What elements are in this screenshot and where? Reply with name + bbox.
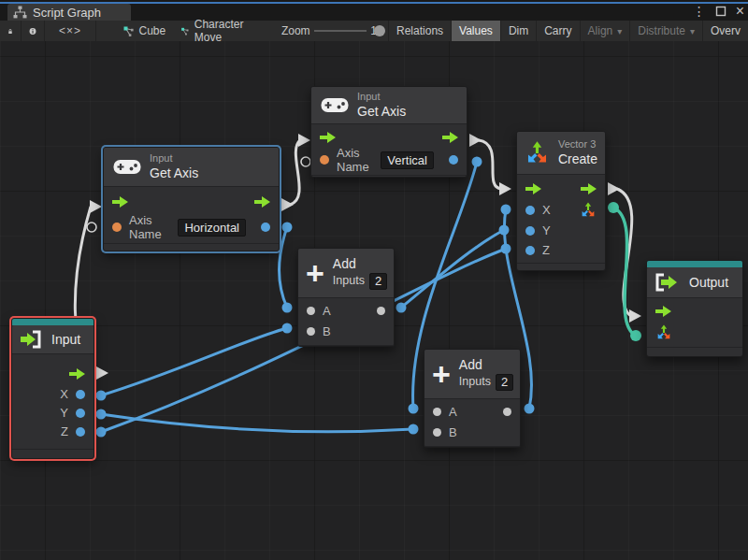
port-b[interactable] xyxy=(307,327,315,336)
node-title: Add xyxy=(459,357,513,374)
port-z[interactable] xyxy=(525,246,535,255)
add-icon: + xyxy=(306,261,324,285)
node-footer xyxy=(424,446,520,455)
inputs-count-field[interactable]: 2 xyxy=(369,273,387,290)
wire-data-input-x-to-add1-b[interactable] xyxy=(101,328,287,395)
axis-name-field[interactable]: Vertical xyxy=(381,151,434,169)
node-header: Input Get Axis xyxy=(311,87,467,124)
input-unit-icon xyxy=(20,330,43,349)
port-label: X xyxy=(60,387,68,401)
node-output-unit[interactable]: Output xyxy=(646,260,743,357)
port-b[interactable] xyxy=(433,428,441,437)
flow-row xyxy=(517,178,605,199)
port-y[interactable] xyxy=(525,226,535,236)
port-row-b: B xyxy=(424,423,520,443)
flow-out-port[interactable] xyxy=(254,196,270,208)
port-label: A xyxy=(323,304,331,318)
flow-in-row xyxy=(647,301,742,322)
node-header: + Add Inputs 2 xyxy=(298,249,394,298)
port-label: Z xyxy=(61,424,68,438)
vector3-value-port[interactable] xyxy=(655,324,672,341)
node-footer xyxy=(647,347,742,356)
axis-name-port[interactable] xyxy=(320,155,329,165)
flow-out-port[interactable] xyxy=(581,183,597,194)
gamepad-icon xyxy=(321,96,349,114)
node-body: Axis Name Vertical xyxy=(311,124,467,175)
node-header: Vector 3 Create xyxy=(517,132,605,175)
wire-flow-getaxis-h-to-getaxis-v[interactable] xyxy=(290,140,300,205)
node-body: X Y Z xyxy=(517,175,605,263)
flow-in-port[interactable] xyxy=(525,183,541,194)
node-footer xyxy=(517,263,605,272)
node-get-axis-horizontal[interactable]: Input Get Axis Axis Name Horizontal xyxy=(103,147,280,251)
wire-data-input-y-to-add2-b[interactable] xyxy=(101,414,413,432)
node-input-unit[interactable]: Input X Y Z xyxy=(11,318,94,459)
flow-out-port[interactable] xyxy=(69,368,85,380)
flow-in-port[interactable] xyxy=(112,196,128,208)
port-row-x: X xyxy=(12,385,94,404)
node-footer xyxy=(12,449,94,458)
inputs-count-field[interactable]: 2 xyxy=(496,374,513,391)
node-add-2[interactable]: + Add Inputs 2 A B xyxy=(424,349,521,448)
node-header: Input xyxy=(12,325,94,354)
vector3-result-port[interactable] xyxy=(580,202,597,219)
node-category: Vector 3 xyxy=(558,138,597,151)
port-label: Y xyxy=(542,223,551,237)
port-y[interactable] xyxy=(76,409,85,418)
wire-data-getaxis-h-to-add1-a[interactable] xyxy=(280,227,287,308)
port-row-b: B xyxy=(298,322,394,342)
node-footer xyxy=(311,175,467,180)
node-vector3-create[interactable]: Vector 3 Create X xyxy=(516,131,606,271)
node-title: Output xyxy=(689,275,728,290)
gamepad-icon xyxy=(113,158,141,176)
port-z[interactable] xyxy=(76,427,85,437)
port-label: X xyxy=(542,203,551,217)
value-in-row xyxy=(647,322,742,344)
param-label: Axis Name xyxy=(129,213,170,241)
unity-visual-scripting-window: { "window": { "tab_title": "Script Graph… xyxy=(0,0,748,560)
axis-name-row: Axis Name Vertical xyxy=(311,148,467,172)
wire-data-add1-to-vector3-y[interactable] xyxy=(401,230,504,308)
node-body: A B xyxy=(424,399,520,446)
axis-name-row: Axis Name Horizontal xyxy=(104,214,279,240)
node-header: + Add Inputs 2 xyxy=(424,350,520,399)
node-accent-bar xyxy=(647,261,742,267)
value-out-port[interactable] xyxy=(261,223,270,232)
sum-out-port[interactable] xyxy=(377,307,385,315)
port-a[interactable] xyxy=(307,307,315,315)
port-row-y: Y xyxy=(12,404,94,423)
axis-name-port[interactable] xyxy=(112,223,122,232)
port-x[interactable] xyxy=(525,206,535,215)
node-add-1[interactable]: + Add Inputs 2 A B xyxy=(297,248,395,347)
port-label: B xyxy=(449,425,457,439)
node-title: Add xyxy=(333,256,387,273)
port-row-z: Z xyxy=(12,423,94,441)
node-category: Input xyxy=(357,91,406,104)
flow-row xyxy=(311,127,467,148)
flow-in-port[interactable] xyxy=(320,132,336,143)
param-label: Axis Name xyxy=(337,146,373,174)
node-title: Get Axis xyxy=(150,165,198,182)
flow-in-port[interactable] xyxy=(655,306,671,317)
axis-name-field[interactable]: Horizontal xyxy=(178,219,246,237)
port-x[interactable] xyxy=(76,390,85,399)
wire-flow-getaxis-v-to-vector3[interactable] xyxy=(479,140,501,189)
node-header: Input Get Axis xyxy=(104,148,279,187)
value-out-port[interactable] xyxy=(449,155,458,165)
flow-out-row xyxy=(12,363,94,385)
node-get-axis-vertical[interactable]: Input Get Axis Axis Name Vertical xyxy=(310,86,468,178)
port-label: Y xyxy=(60,406,68,420)
node-body: Axis Name Horizontal xyxy=(104,187,279,243)
node-title: Get Axis xyxy=(357,104,406,121)
node-body xyxy=(647,298,742,347)
port-row-a: A xyxy=(424,402,520,423)
inputs-label: Inputs xyxy=(459,375,491,390)
node-body: A B xyxy=(298,298,394,345)
port-row-z: Z xyxy=(517,240,605,260)
flow-out-port[interactable] xyxy=(442,132,458,143)
sum-out-port[interactable] xyxy=(503,408,511,416)
node-footer xyxy=(104,243,279,252)
port-a[interactable] xyxy=(433,408,441,416)
add-icon: + xyxy=(432,362,451,386)
node-body: X Y Z xyxy=(12,354,94,449)
